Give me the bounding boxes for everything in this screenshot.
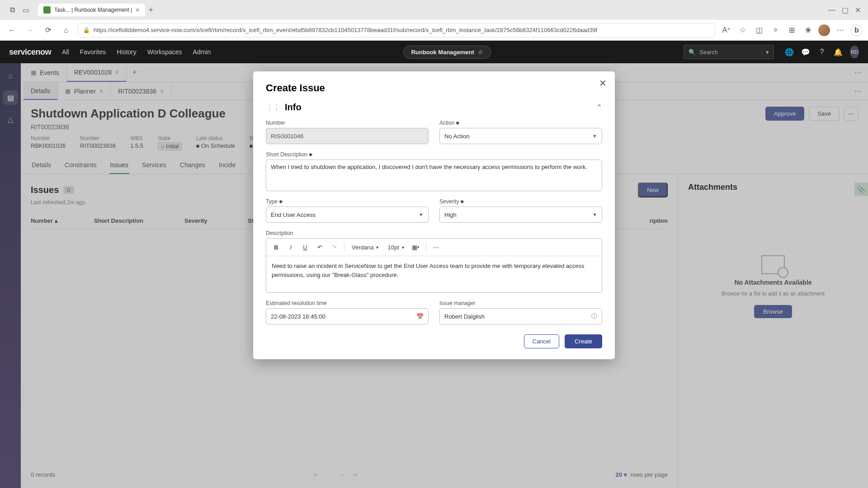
help-icon[interactable]: ? bbox=[817, 48, 826, 56]
description-input[interactable]: Need to raise an incident in ServiceNow … bbox=[266, 256, 602, 292]
search-icon: 🔍 bbox=[689, 49, 696, 56]
tab-favicon bbox=[43, 6, 51, 14]
info-icon[interactable]: ⓘ bbox=[591, 312, 597, 320]
new-tab-button[interactable]: + bbox=[149, 5, 154, 15]
resolution-time-input[interactable]: 22-08-2023 16:45:00 📅 bbox=[266, 308, 429, 324]
description-label: Description bbox=[266, 230, 602, 236]
number-value: RIS0001046 bbox=[271, 133, 303, 140]
modal-close-icon[interactable]: ✕ bbox=[599, 78, 607, 89]
more-icon[interactable]: ⋯ bbox=[835, 24, 846, 36]
severity-label: Severity bbox=[439, 198, 602, 205]
extensions-icon[interactable]: ⊞ bbox=[786, 24, 797, 36]
user-avatar[interactable]: RD bbox=[850, 46, 859, 58]
font-size-select[interactable]: 10pt ▾ bbox=[384, 241, 407, 253]
chevron-down-icon: ▼ bbox=[592, 133, 597, 139]
number-field: RIS0001046 bbox=[266, 128, 429, 144]
refresh-button[interactable]: ⟳ bbox=[42, 24, 54, 37]
short-desc-label: Short Description bbox=[266, 151, 602, 158]
rte-toolbar: B I U ↶ ↷ Verdana ▾ 10pt ▾ ▦▾ ⋯ bbox=[266, 239, 602, 256]
nav-history[interactable]: History bbox=[117, 48, 137, 56]
back-button[interactable]: ← bbox=[5, 24, 18, 37]
global-nav: All Favorites History Workspaces Admin bbox=[62, 48, 211, 56]
resolution-time-value: 22-08-2023 16:45:00 bbox=[271, 313, 326, 320]
resolution-time-label: Estimated resolution time bbox=[266, 300, 429, 306]
read-aloud-icon[interactable]: A⁺ bbox=[721, 24, 732, 36]
severity-select[interactable]: High ▼ bbox=[439, 206, 602, 223]
issue-manager-label: Issue manager bbox=[439, 300, 602, 306]
action-select[interactable]: No Action ▼ bbox=[439, 128, 602, 144]
type-select[interactable]: End User Access ▼ bbox=[266, 206, 429, 223]
servicenow-topnav: servicenow All Favorites History Workspa… bbox=[0, 41, 868, 63]
collections-icon[interactable]: ✧ bbox=[769, 24, 781, 36]
short-desc-input[interactable] bbox=[266, 160, 602, 191]
window-minimize-icon[interactable]: — bbox=[828, 6, 835, 14]
table-button[interactable]: ▦▾ bbox=[410, 241, 422, 253]
bold-button[interactable]: B bbox=[270, 241, 283, 253]
browser-chrome: ⧉ ▭ Task... | Runbook Management | × + —… bbox=[0, 0, 868, 41]
cancel-button[interactable]: Cancel bbox=[524, 334, 559, 348]
shopping-icon[interactable]: ❀ bbox=[802, 24, 814, 36]
chevron-down-icon: ▼ bbox=[592, 212, 597, 217]
window-maximize-icon[interactable]: ▢ bbox=[842, 6, 849, 14]
number-label: Number bbox=[266, 120, 429, 126]
tab-overview-icon[interactable]: ▭ bbox=[21, 5, 31, 15]
nav-workspaces[interactable]: Workspaces bbox=[147, 48, 182, 56]
action-label: Action bbox=[439, 120, 602, 126]
chat-icon[interactable]: 💬 bbox=[801, 48, 810, 56]
lock-icon: 🔒 bbox=[83, 27, 90, 33]
notifications-icon[interactable]: 🔔 bbox=[834, 48, 843, 56]
action-value: No Action bbox=[444, 133, 470, 140]
globe-icon[interactable]: 🌐 bbox=[785, 48, 794, 56]
type-label: Type bbox=[266, 198, 429, 205]
calendar-icon[interactable]: 📅 bbox=[416, 313, 424, 320]
browser-toolbar: ← → ⟳ ⌂ 🔒 https://icefloltddemo4.service… bbox=[0, 20, 868, 41]
url-bar[interactable]: 🔒 https://icefloltddemo4.service-now.com… bbox=[78, 23, 715, 38]
issue-manager-input[interactable]: Robert Dalglish ⓘ bbox=[439, 308, 602, 324]
favorite-icon[interactable]: ☆ bbox=[737, 24, 749, 36]
modal-overlay: ✕ Create Issue ⋮⋮ Info ⌃ Number RIS00010… bbox=[0, 63, 868, 488]
type-value: End User Access bbox=[271, 211, 316, 218]
modal-section-header[interactable]: ⋮⋮ Info ⌃ bbox=[266, 102, 602, 113]
redo-button[interactable]: ↷ bbox=[328, 241, 340, 253]
collapse-icon[interactable]: ⌃ bbox=[596, 103, 602, 112]
browser-tab-strip: ⧉ ▭ Task... | Runbook Management | × + —… bbox=[0, 0, 868, 20]
bing-sidebar-icon[interactable]: b bbox=[851, 24, 863, 36]
italic-button[interactable]: I bbox=[284, 241, 297, 253]
font-family-select[interactable]: Verdana ▾ bbox=[348, 241, 382, 253]
search-placeholder: Search bbox=[699, 49, 718, 56]
home-button[interactable]: ⌂ bbox=[60, 24, 72, 37]
context-pill[interactable]: Runbook Management ☆ bbox=[403, 46, 491, 59]
servicenow-logo[interactable]: servicenow bbox=[9, 47, 51, 57]
browser-tab-active[interactable]: Task... | Runbook Management | × bbox=[38, 4, 145, 16]
url-text: https://icefloltddemo4.service-now.com/x… bbox=[94, 27, 597, 33]
window-close-icon[interactable]: ✕ bbox=[855, 6, 861, 14]
tab-actions-icon[interactable]: ⧉ bbox=[7, 5, 17, 15]
rich-text-editor: B I U ↶ ↷ Verdana ▾ 10pt ▾ ▦▾ ⋯ N bbox=[266, 238, 602, 293]
tab-title: Task... | Runbook Management | bbox=[54, 7, 132, 13]
severity-value: High bbox=[444, 211, 457, 218]
rte-more-icon[interactable]: ⋯ bbox=[430, 241, 443, 253]
nav-admin[interactable]: Admin bbox=[193, 48, 211, 56]
issue-manager-value: Robert Dalglish bbox=[444, 313, 485, 320]
workspace: ⌂ ▤ △ ▦ Events REV0001028 × + ⋯ Details … bbox=[0, 63, 868, 488]
split-screen-icon[interactable]: ◫ bbox=[753, 24, 765, 36]
underline-button[interactable]: U bbox=[299, 241, 311, 253]
modal-section-title: Info bbox=[285, 102, 302, 113]
nav-favorites[interactable]: Favorites bbox=[80, 48, 106, 56]
modal-actions: Cancel Create bbox=[266, 334, 602, 348]
forward-button: → bbox=[24, 24, 36, 37]
global-search[interactable]: 🔍 Search ▾ bbox=[684, 45, 774, 59]
context-pill-label: Runbook Management bbox=[411, 49, 474, 56]
tab-close-icon[interactable]: × bbox=[136, 6, 139, 14]
star-icon[interactable]: ☆ bbox=[478, 49, 483, 56]
undo-button[interactable]: ↶ bbox=[313, 241, 326, 253]
create-button[interactable]: Create bbox=[565, 334, 602, 348]
profile-avatar[interactable] bbox=[818, 24, 830, 36]
drag-handle-icon[interactable]: ⋮⋮ bbox=[266, 103, 280, 112]
nav-all[interactable]: All bbox=[62, 48, 69, 56]
search-scope-dropdown[interactable]: ▾ bbox=[762, 49, 769, 56]
create-issue-modal: ✕ Create Issue ⋮⋮ Info ⌃ Number RIS00010… bbox=[253, 71, 615, 359]
modal-title: Create Issue bbox=[266, 82, 602, 94]
chevron-down-icon: ▼ bbox=[419, 212, 424, 217]
